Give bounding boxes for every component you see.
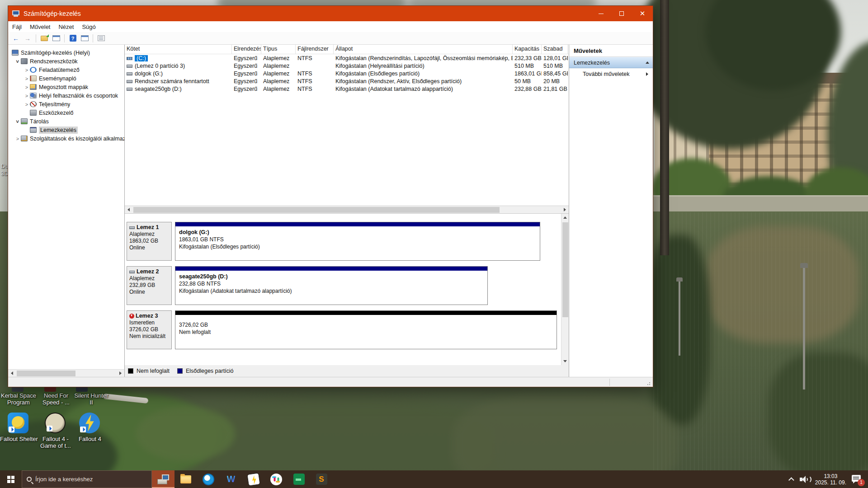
chevron-collapsed-icon[interactable]: >: [24, 93, 30, 99]
browser-icon: [203, 474, 214, 485]
disk-3-header[interactable]: Lemez 3 Ismeretlen 3726,02 GB Nem inicia…: [127, 310, 172, 349]
tree-item-system-tools[interactable]: > Rendszereszközök: [8, 57, 124, 66]
chevron-collapsed-icon[interactable]: >: [14, 136, 21, 141]
nfs-icon-partial[interactable]: [44, 387, 56, 392]
column-status[interactable]: Állapot: [334, 45, 513, 54]
show-window-icon[interactable]: [80, 33, 90, 43]
tree-item-shared-folders[interactable]: > Megosztott mappák: [8, 83, 124, 91]
actions-section-disk-management[interactable]: Lemezkezelés: [569, 57, 653, 68]
minimize-button[interactable]: [590, 6, 611, 21]
taskbar-clock[interactable]: 13:03 2025. 11. 09.: [815, 473, 846, 486]
help-icon[interactable]: ?: [68, 33, 78, 43]
scroll-right-icon[interactable]: [561, 206, 569, 214]
close-button[interactable]: ✕: [632, 6, 653, 21]
volume-row-d[interactable]: seagate250gb (D:) Egyszerű Alaplemez NTF…: [125, 85, 569, 93]
actions-more-actions[interactable]: További műveletek: [569, 68, 653, 80]
desktop-icon-fallout4[interactable]: [79, 413, 100, 433]
chevron-collapsed-icon[interactable]: >: [24, 76, 30, 81]
desktop-label-fallout4-goty[interactable]: Fallout 4 - Game of t...: [36, 436, 75, 449]
disk-2-header[interactable]: Lemez 2 Alaplemez 232,89 GB Online: [127, 266, 172, 305]
search-input[interactable]: [35, 476, 139, 483]
taskbar-app-winamp[interactable]: [242, 470, 265, 488]
forward-arrow-icon[interactable]: →: [23, 33, 33, 43]
desktop-icon-nfs[interactable]: Need For Speed - ...: [38, 392, 74, 406]
scroll-left-icon[interactable]: [125, 206, 132, 214]
chevron-expanded-icon[interactable]: >: [15, 58, 20, 65]
chevron-collapsed-icon[interactable]: >: [24, 67, 30, 73]
notification-center-icon[interactable]: 1: [852, 474, 863, 485]
column-filesystem[interactable]: Fájlrendszer: [296, 45, 334, 54]
chevron-collapsed-icon[interactable]: >: [24, 102, 30, 107]
scroll-left-icon[interactable]: [8, 370, 16, 377]
taskbar-app-file-explorer[interactable]: [175, 470, 197, 488]
desktop-label-fallout4[interactable]: Fallout 4: [72, 436, 108, 442]
chevron-expanded-icon[interactable]: >: [15, 118, 20, 125]
menu-action[interactable]: Művelet: [26, 21, 55, 32]
start-button[interactable]: [0, 470, 22, 488]
taskbar-search[interactable]: [22, 470, 152, 488]
taskbar-app-browser[interactable]: [197, 470, 220, 488]
maximize-button[interactable]: [611, 6, 632, 21]
tree-item-services[interactable]: > Szolgáltatások és kiszolgálói alkalmaz…: [8, 134, 124, 143]
volume-horizontal-scrollbar[interactable]: [125, 206, 569, 214]
desktop-icon-fallout-shelter[interactable]: [8, 413, 28, 433]
column-type[interactable]: Típus: [261, 45, 296, 54]
desktop-label-fallout-shelter[interactable]: Fallout Shelter: [0, 436, 39, 442]
taskbar-app-slack[interactable]: [265, 470, 288, 488]
menu-file[interactable]: Fájl: [8, 21, 26, 32]
storage-icon: [21, 118, 28, 124]
resize-grip[interactable]: [646, 380, 652, 386]
properties-icon[interactable]: [96, 33, 106, 43]
chevron-collapsed-icon[interactable]: >: [24, 84, 30, 90]
scroll-down-icon[interactable]: [561, 357, 569, 365]
tree-item-device-manager[interactable]: Eszközkezelő: [8, 108, 124, 117]
disk-2-partition[interactable]: seagate250gb (D:) 232,88 GB NTFS Kifogás…: [175, 266, 488, 305]
tree-horizontal-scrollbar[interactable]: [8, 369, 124, 377]
tree-item-event-viewer[interactable]: > Eseménynapló: [8, 74, 124, 83]
scrollbar-thumb[interactable]: [562, 222, 568, 317]
volume-row-g[interactable]: dolgok (G:) Egyszerű Alaplemez NTFS Kifo…: [125, 70, 569, 77]
scrollbar-thumb[interactable]: [17, 371, 75, 376]
tree-item-disk-management[interactable]: Lemezkezelés: [8, 126, 124, 134]
disk-3-unallocated[interactable]: 3726,02 GB Nem lefoglalt: [175, 310, 557, 349]
desktop-icon-kerbal[interactable]: Kerbal Space Program: [0, 392, 39, 406]
column-layout[interactable]: Elrendezés: [232, 45, 261, 54]
taskbar-app-sublime[interactable]: S: [310, 470, 333, 488]
desktop-icon-silent-hunter[interactable]: Silent Hunter II: [73, 392, 109, 406]
menu-view[interactable]: Nézet: [54, 21, 78, 32]
taskbar-app-green[interactable]: [288, 470, 310, 488]
sublime-text-icon: S: [316, 474, 327, 485]
volume-row-recovery[interactable]: (Lemez 0 partíció 3) Egyszerű Alaplemez …: [125, 62, 569, 70]
kerbal-icon-partial[interactable]: [12, 387, 24, 392]
column-capacity[interactable]: Kapacitás: [513, 45, 542, 54]
scroll-right-icon[interactable]: [117, 370, 124, 377]
tree-item-task-scheduler[interactable]: > Feladatütemező: [8, 66, 124, 74]
column-volume[interactable]: Kötet: [125, 45, 232, 54]
green-app-icon: [293, 474, 305, 485]
tree-item-local-users[interactable]: > Helyi felhasználók és csoportok: [8, 91, 124, 100]
collapse-arrow-icon[interactable]: [646, 61, 649, 64]
volume-icon[interactable]: [800, 475, 810, 483]
menu-help[interactable]: Súgó: [78, 21, 99, 32]
disk-2-row: Lemez 2 Alaplemez 232,89 GB Online seaga…: [127, 266, 557, 305]
disk-vertical-scrollbar[interactable]: [561, 214, 569, 365]
desktop-icon-fallout4-goty[interactable]: [45, 413, 66, 433]
disk-1-header[interactable]: Lemez 1 Alaplemez 1863,02 GB Online: [127, 222, 172, 261]
console-tree-icon[interactable]: [51, 33, 61, 43]
volume-row-c[interactable]: (C:) Egyszerű Alaplemez NTFS Kifogástala…: [125, 54, 569, 62]
w-app-icon: W: [227, 474, 236, 484]
volume-row-system-reserved[interactable]: Rendszer számára fenntartott Egyszerű Al…: [125, 77, 569, 85]
scroll-up-icon[interactable]: [561, 214, 569, 221]
scrollbar-thumb[interactable]: [133, 207, 500, 213]
tree-item-root[interactable]: Számítógép-kezelés (Helyi): [8, 48, 124, 57]
title-bar[interactable]: Számítógép-kezelés ✕: [8, 6, 653, 21]
up-folder-icon[interactable]: [39, 33, 49, 43]
tree-item-performance[interactable]: > Teljesítmény: [8, 100, 124, 108]
silent-hunter-icon-partial[interactable]: [76, 387, 88, 392]
taskbar-app-computer-management[interactable]: [152, 470, 175, 488]
disk-1-partition[interactable]: dolgok (G:) 1863,01 GB NTFS Kifogástalan…: [175, 222, 540, 261]
tree-item-storage[interactable]: > Tárolás: [8, 117, 124, 126]
column-free[interactable]: Szabad: [542, 45, 568, 54]
back-arrow-icon[interactable]: ←: [11, 33, 21, 43]
taskbar-app-w[interactable]: W: [220, 470, 242, 488]
